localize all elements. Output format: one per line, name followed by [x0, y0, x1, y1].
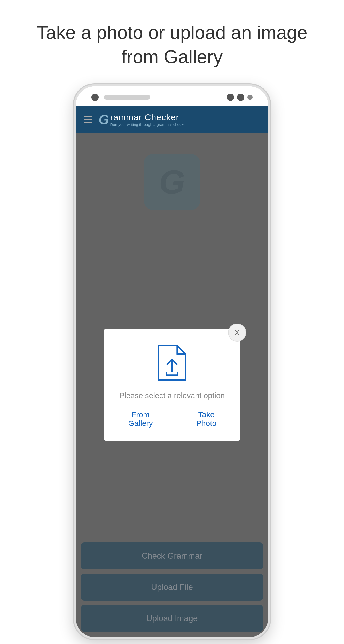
dialog-actions: From Gallery Take Photo [114, 408, 230, 430]
phone-sensors [227, 94, 253, 101]
logo-text: rammar Checker Run your writing through … [110, 112, 187, 127]
upload-file-icon [154, 342, 190, 383]
phone-top-bar [76, 86, 268, 106]
phone-frame: G rammar Checker Run your writing throug… [74, 84, 270, 639]
dialog-overlay: X Please select a relevant option [76, 133, 268, 637]
phone-side-bar-right [268, 221, 270, 267]
app-logo: G rammar Checker Run your writing throug… [99, 112, 187, 127]
sensor-dot-2 [237, 94, 244, 101]
take-photo-button[interactable]: Take Photo [183, 408, 230, 430]
dialog-close-button[interactable]: X [228, 324, 246, 342]
sensor-dot-3 [247, 95, 253, 100]
hamburger-line-1 [84, 116, 92, 117]
dialog-message: Please select a relevant option [119, 391, 225, 400]
phone-speaker [104, 95, 150, 100]
page-title: Take a photo or upload an image from Gal… [0, 0, 344, 84]
app-header: G rammar Checker Run your writing throug… [76, 106, 268, 133]
sensor-dot-1 [227, 94, 234, 101]
logo-tagline: Run your writing through a grammar check… [110, 122, 187, 127]
logo-g-letter: G [99, 112, 109, 127]
dialog-box: X Please select a relevant option [104, 329, 240, 441]
app-content: G X Ple [76, 133, 268, 637]
camera-dot [91, 94, 99, 101]
from-gallery-button[interactable]: From Gallery [114, 408, 167, 430]
logo-name: rammar Checker [110, 112, 187, 122]
phone-side-bar-left [74, 221, 76, 267]
hamburger-line-3 [84, 122, 92, 123]
hamburger-line-2 [84, 119, 92, 120]
phone-camera-area [91, 94, 150, 101]
menu-button[interactable] [84, 116, 92, 123]
